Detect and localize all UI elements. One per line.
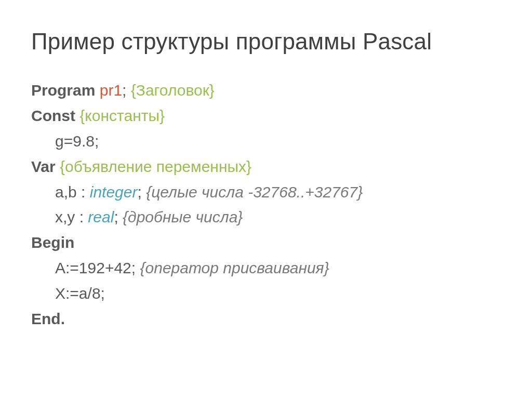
type-real: real: [88, 208, 114, 225]
line-begin: Begin: [31, 230, 501, 256]
line-program: Program pr1; {Заголовок}: [31, 78, 501, 103]
text-semicolon: ;: [114, 208, 118, 225]
type-integer: integer: [90, 183, 138, 201]
keyword-begin: Begin: [31, 234, 74, 251]
keyword-program: Program: [31, 82, 95, 99]
text-semicolon: ;: [137, 183, 141, 201]
comment-assign: {оператор присваивания}: [140, 259, 329, 276]
comment-integer: {целые числа -32768..+32767}: [146, 183, 363, 201]
text-decl-ab: a,b :: [55, 183, 85, 201]
keyword-end: End.: [31, 310, 65, 327]
text-semicolon: ;: [122, 82, 126, 99]
line-decl-ab: a,b : integer; {целые числа -32768..+327…: [31, 180, 501, 205]
code-block: Program pr1; {Заголовок} Const {констант…: [31, 78, 501, 332]
line-const: Const {константы}: [31, 103, 501, 129]
keyword-const: Const: [31, 107, 75, 124]
text-assign-a: A:=192+42;: [55, 259, 136, 276]
line-assign-a: A:=192+42; {оператор присваивания}: [31, 256, 501, 281]
slide: Пример структуры программы Pascal Progra…: [0, 0, 532, 399]
line-assign-x: X:=a/8;: [31, 281, 501, 307]
line-var: Var {объявление переменных}: [31, 154, 501, 180]
text-const-g: g=9.8;: [55, 132, 99, 150]
comment-var: {объявление переменных}: [60, 158, 251, 175]
line-end: End.: [31, 307, 501, 332]
text-decl-xy: x,y :: [55, 208, 84, 225]
line-const-value: g=9.8;: [31, 129, 501, 154]
program-name: pr1: [100, 82, 122, 99]
comment-header: {Заголовок}: [131, 82, 215, 99]
slide-title: Пример структуры программы Pascal: [31, 29, 501, 55]
text-assign-x: X:=a/8;: [55, 285, 105, 302]
keyword-var: Var: [31, 158, 56, 175]
comment-const: {константы}: [79, 107, 165, 124]
comment-real: {дробные числа}: [123, 208, 243, 225]
line-decl-xy: x,y : real; {дробные числа}: [31, 205, 501, 230]
